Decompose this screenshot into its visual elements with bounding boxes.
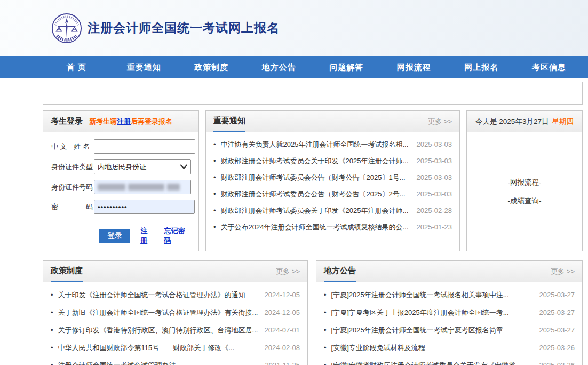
site-header: 注册会计师全国统一考试网上报名 [0,0,588,56]
notice-list-item[interactable]: •关于公布2024年注册会计师全国统一考试成绩复核结果的公...2025-01-… [213,219,452,235]
local-list-item[interactable]: •[安徽]专业阶段免试材料及流程2025-03-26 [324,339,575,356]
id-type-select[interactable]: 内地居民身份证 [94,159,191,174]
today-panel: 今天是 2025年3月27日星期四 -网报流程- -成绩查询- [466,110,583,251]
local-list-item[interactable]: •[安徽]安徽省财政厅注册会计师考试委员会关于发布《安徽省...2025-03-… [324,356,575,365]
nav-item-examarea[interactable]: 考区信息 [515,56,583,78]
bullet-icon: • [51,344,53,352]
notice-list-item[interactable]: •中注协有关负责人就2025年注册会计师全国统一考试报名相...2025-03-… [213,136,452,153]
notice-list-item[interactable]: •财政部注册会计师考试委员会关于印发《2025年注册会计师...2025-03-… [213,153,452,169]
password-label: 密 码 [51,202,94,212]
cicpa-logo-icon [51,13,82,44]
local-more-link[interactable]: 更多 >> [551,267,575,276]
main-nav: 首 页 重要通知 政策制度 地方公告 问题解答 网报流程 网上报名 考区信息 [0,56,588,78]
id-number-label: 身份证件号码 [51,182,94,192]
announcement-strip [43,82,583,105]
policy-list-item[interactable]: •注册会计师全国统一考试免试管理办法2021-11-25 [51,356,300,365]
important-notices-panel: 重要通知 更多 >> •中注协有关负责人就2025年注册会计师全国统一考试报名相… [205,110,460,251]
local-announcements-panel: 地方公告 更多 >> •[宁夏]2025年注册会计师全国统一考试报名相关事项中注… [316,260,583,365]
notice-list-item[interactable]: •财政部注册会计师考试委员会公告（财考公告〔2025〕1号...2025-03-… [213,169,452,186]
bullet-icon: • [213,173,216,181]
id-number-input[interactable] [94,180,191,194]
notices-more-link[interactable]: 更多 >> [428,117,452,126]
policies-panel: 政策制度 更多 >> •关于印发《注册会计师全国统一考试合格证管理办法》的通知2… [43,260,308,365]
login-title: 考生登录 [51,111,83,132]
notice-list-item[interactable]: •财政部注册会计师考试委员会关于印发《2025年注册会计师...2025-02-… [213,202,452,219]
bullet-icon: • [213,223,216,231]
login-button[interactable]: 登录 [99,229,130,243]
bullet-icon: • [51,326,53,334]
new-candidate-note: 新考生请注册后再登录报名 [89,117,172,126]
nav-item-local[interactable]: 地方公告 [245,56,313,78]
weekday-label: 星期四 [552,117,574,126]
policies-more-link[interactable]: 更多 >> [276,267,300,276]
name-input[interactable] [94,139,195,154]
bullet-icon: • [324,344,327,352]
login-panel: 考生登录 新考生请注册后再登录报名 中 文 姓 名 身份证件类型 内地居民身份证… [43,110,199,251]
redaction-block [98,184,125,191]
bullet-icon: • [51,361,53,365]
nav-item-notices[interactable]: 重要通知 [110,56,178,78]
id-type-label: 身份证件类型 [51,162,94,172]
name-label: 中 文 姓 名 [51,142,94,152]
bullet-icon: • [51,291,53,299]
register-inline-link[interactable]: 注册 [117,117,131,125]
nav-item-home[interactable]: 首 页 [43,56,110,78]
local-list-item[interactable]: •[宁夏]宁夏考区关于上报2025年度注册会计师全国统一考...2025-03-… [324,304,575,321]
score-query-quick-link[interactable]: -成绩查询- [508,196,542,206]
bullet-icon: • [213,157,216,165]
nav-item-process[interactable]: 网报流程 [380,56,448,78]
register-link[interactable]: 注册 [140,226,154,245]
bullet-icon: • [213,190,216,198]
redaction-block [128,184,164,191]
bullet-icon: • [324,291,327,299]
bullet-icon: • [213,207,216,215]
forgot-password-link[interactable]: 忘记密码 [164,226,192,245]
bullet-icon: • [324,361,327,365]
process-quick-link[interactable]: -网报流程- [508,178,542,187]
nav-item-faq[interactable]: 问题解答 [313,56,380,78]
nav-item-policies[interactable]: 政策制度 [178,56,245,78]
bullet-icon: • [324,326,327,334]
bullet-icon: • [213,140,216,148]
policy-list-item[interactable]: •关于新旧《注册会计师全国统一考试合格证管理办法》有关衔接...2024-12-… [51,304,300,321]
policies-title: 政策制度 [51,261,83,282]
redaction-block [167,184,180,191]
local-list-item[interactable]: •[宁夏]2025年注册会计师全国统一考试报名相关事项中注...2025-03-… [324,286,575,304]
local-list-item[interactable]: •[宁夏]2025年注册会计师全国统一考试宁夏考区报名简章2025-03-27 [324,321,575,339]
local-title: 地方公告 [324,261,356,282]
notices-title: 重要通知 [213,111,245,132]
page-title: 注册会计师全国统一考试网上报名 [88,20,280,36]
policy-list-item[interactable]: •关于修订印发《香港特别行政区、澳门特别行政区、台湾地区居...2024-07-… [51,321,300,339]
nav-item-register[interactable]: 网上报名 [448,56,515,78]
password-input[interactable] [94,200,195,214]
chevron-down-icon [180,164,187,169]
notice-list-item[interactable]: •财政部注册会计师考试委员会公告（财考公告〔2025〕2号...2025-03-… [213,186,452,202]
today-date: 今天是 2025年3月27日星期四 [475,111,574,132]
bullet-icon: • [324,308,327,316]
policy-list-item[interactable]: •关于印发《注册会计师全国统一考试合格证管理办法》的通知2024-12-05 [51,286,300,304]
policy-list-item[interactable]: •中华人民共和国财政部令第115号——财政部关于修改《...2024-02-08 [51,339,300,356]
bullet-icon: • [51,308,53,316]
